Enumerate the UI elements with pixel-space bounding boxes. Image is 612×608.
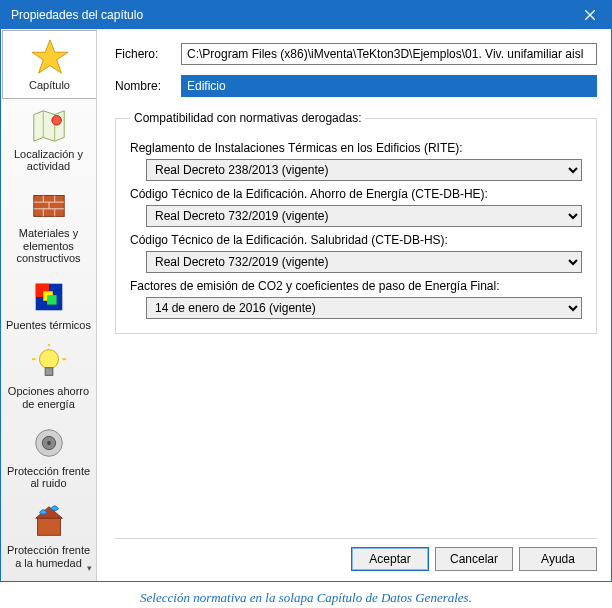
- window-title: Propiedades del capítulo: [11, 8, 569, 22]
- sidebar-item-label: Protección frente al ruido: [5, 465, 92, 490]
- co2-select[interactable]: 14 de enero de 2016 (vigente): [146, 297, 582, 319]
- sidebar-item-label: Capítulo: [7, 79, 92, 92]
- name-label: Nombre:: [115, 79, 181, 93]
- help-button[interactable]: Ayuda: [519, 547, 597, 571]
- bricks-icon: [29, 185, 69, 225]
- chevron-down-icon: ▾: [87, 563, 92, 573]
- cte-hs-select[interactable]: Real Decreto 732/2019 (vigente): [146, 251, 582, 273]
- close-icon: [585, 10, 595, 20]
- row-fichero: Fichero:: [115, 43, 597, 65]
- sidebar: Capítulo Localización y actividad Materi…: [1, 29, 97, 581]
- svg-rect-17: [45, 368, 53, 376]
- sidebar-item-label: Localización y actividad: [5, 148, 92, 173]
- close-button[interactable]: [569, 1, 611, 29]
- dialog-window: Propiedades del capítulo Capítulo Locali…: [0, 0, 612, 582]
- svg-rect-15: [47, 295, 57, 305]
- sidebar-item-opciones-ahorro[interactable]: Opciones ahorro de energía: [1, 337, 96, 416]
- sidebar-item-label: Materiales y elementos constructivos: [5, 227, 92, 265]
- rite-select[interactable]: Real Decreto 238/2013 (vigente): [146, 159, 582, 181]
- group-legend: Compatibilidad con normativas derogadas:: [130, 111, 365, 125]
- map-icon: [29, 106, 69, 146]
- titlebar: Propiedades del capítulo: [1, 1, 611, 29]
- star-icon: [30, 37, 70, 77]
- name-input[interactable]: [181, 75, 597, 97]
- sidebar-item-puentes[interactable]: Puentes térmicos: [1, 271, 96, 338]
- thermal-icon: [29, 277, 69, 317]
- figure-caption: Selección normativa en la solapa Capítul…: [0, 582, 612, 608]
- cte-he-select[interactable]: Real Decreto 732/2019 (vigente): [146, 205, 582, 227]
- cancel-button[interactable]: Cancelar: [435, 547, 513, 571]
- row-nombre: Nombre:: [115, 75, 597, 97]
- svg-rect-24: [37, 518, 60, 535]
- accept-button[interactable]: Aceptar: [351, 547, 429, 571]
- sidebar-item-proteccion-ruido[interactable]: Protección frente al ruido: [1, 417, 96, 496]
- dialog-body: Capítulo Localización y actividad Materi…: [1, 29, 611, 581]
- sidebar-item-materiales[interactable]: Materiales y elementos constructivos: [1, 179, 96, 271]
- co2-label: Factores de emisión de CO2 y coeficiente…: [130, 279, 582, 293]
- sidebar-item-localizacion[interactable]: Localización y actividad: [1, 100, 96, 179]
- main-panel: Fichero: Nombre: Compatibilidad con norm…: [97, 29, 611, 581]
- group-compatibilidad: Compatibilidad con normativas derogadas:…: [115, 111, 597, 334]
- svg-marker-2: [31, 40, 67, 73]
- footer-buttons: Aceptar Cancelar Ayuda: [115, 538, 597, 575]
- svg-point-16: [39, 350, 58, 369]
- sidebar-item-capitulo[interactable]: Capítulo: [2, 30, 96, 99]
- sidebar-item-label: Protección frente a la humedad: [5, 544, 92, 569]
- sidebar-item-label: Opciones ahorro de energía: [5, 385, 92, 410]
- file-label: Fichero:: [115, 47, 181, 61]
- rite-label: Reglamento de Instalaciones Térmicas en …: [130, 141, 582, 155]
- sidebar-item-label: Puentes térmicos: [5, 319, 92, 332]
- speaker-icon: [29, 423, 69, 463]
- spacer: [115, 334, 597, 538]
- sidebar-item-proteccion-humedad[interactable]: Protección frente a la humedad ▾: [1, 496, 96, 575]
- svg-point-23: [47, 441, 51, 445]
- file-input[interactable]: [181, 43, 597, 65]
- svg-point-3: [51, 115, 61, 125]
- bulb-icon: [29, 343, 69, 383]
- humidity-icon: [29, 502, 69, 542]
- cte-hs-label: Código Técnico de la Edificación. Salubr…: [130, 233, 582, 247]
- cte-he-label: Código Técnico de la Edificación. Ahorro…: [130, 187, 582, 201]
